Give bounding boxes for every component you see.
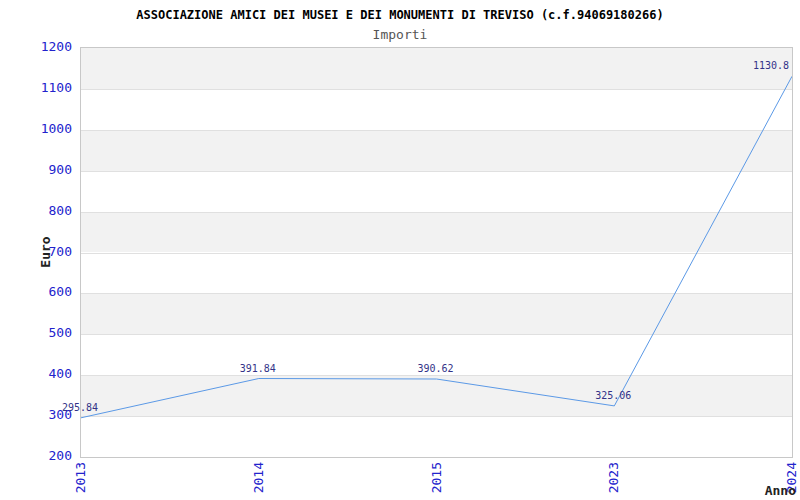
- y-tick-label: 900: [0, 162, 72, 178]
- y-tick-label: 1200: [0, 39, 72, 55]
- x-axis-title: Anno: [765, 483, 796, 498]
- y-tick-label: 200: [0, 448, 72, 464]
- y-tick-label: 500: [0, 325, 72, 341]
- point-label: 325.06: [595, 390, 631, 401]
- y-tick-label: 700: [0, 244, 72, 260]
- chart-subtitle: Importi: [0, 27, 800, 42]
- line-series: [81, 48, 792, 457]
- point-label: 390.62: [417, 363, 453, 374]
- point-label: 1130.8: [753, 60, 789, 71]
- x-tick-label: 2023: [607, 462, 620, 493]
- y-tick-label: 600: [0, 284, 72, 300]
- plot-area: [80, 47, 793, 458]
- y-tick-label: 1100: [0, 80, 72, 96]
- chart-title: ASSOCIAZIONE AMICI DEI MUSEI E DEI MONUM…: [0, 8, 800, 22]
- y-tick-label: 800: [0, 203, 72, 219]
- chart-canvas: ASSOCIAZIONE AMICI DEI MUSEI E DEI MONUM…: [0, 0, 800, 500]
- x-tick-label: 2014: [251, 462, 264, 493]
- point-label: 295.84: [62, 402, 98, 413]
- y-tick-label: 400: [0, 366, 72, 382]
- y-axis-title: Euro: [38, 236, 53, 267]
- y-tick-label: 1000: [0, 121, 72, 137]
- point-label: 391.84: [240, 363, 276, 374]
- x-tick-label: 2013: [74, 462, 87, 493]
- x-tick-label: 2015: [429, 462, 442, 493]
